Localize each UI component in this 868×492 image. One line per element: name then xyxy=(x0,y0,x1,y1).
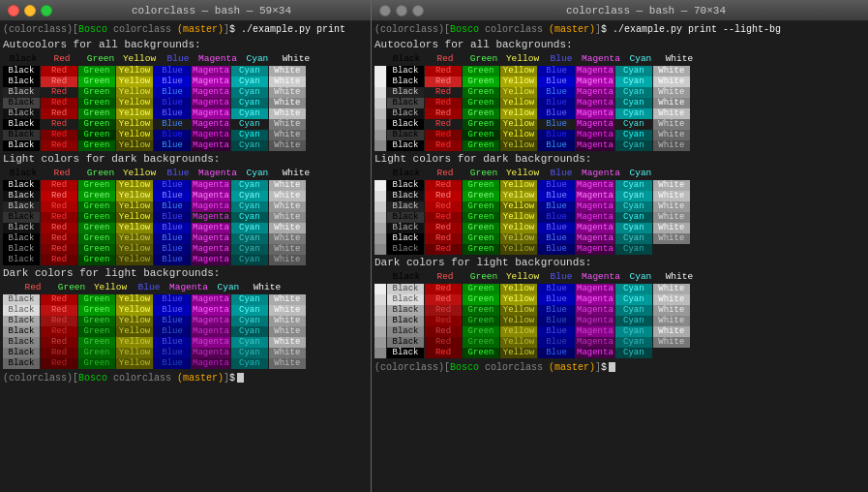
dark-row-4-right: Black Red Green Yellow Blue Magenta Cyan… xyxy=(374,316,865,326)
dark-row-7-right: Black Red Green Yellow Blue Magenta Cyan xyxy=(374,348,865,358)
col-header-auto-left: BlackRedGreenYellowBlueMagentaCyanWhite xyxy=(3,52,368,65)
cmd-line-left: (colorclass)[Bosco colorclass (master)]$… xyxy=(3,23,368,36)
light-row-2-right: Black Red Green Yellow Blue Magenta Cyan… xyxy=(374,191,865,201)
min-btn-right[interactable] xyxy=(396,5,407,16)
close-btn-right[interactable] xyxy=(379,5,391,16)
dark-row-1-right: Black Red Green Yellow Blue Magenta Cyan… xyxy=(374,284,865,294)
auto-row-5-right: Black Red Green Yellow Blue Magenta Cyan… xyxy=(374,108,865,119)
dark-row-3-right: Black Red Green Yellow Blue Magenta Cyan… xyxy=(374,305,865,316)
section-auto-left: Autocolors for all backgrounds: xyxy=(3,39,368,51)
col-header-dark-left: RedGreenYellowBlueMagentaCyanWhite xyxy=(3,281,368,293)
dark-row-5-left: Black Red Green Yellow Blue Magenta Cyan… xyxy=(3,337,368,348)
auto-row-4-left: Black Red Green Yellow Blue Magenta Cyan… xyxy=(3,98,368,108)
window-controls-left[interactable] xyxy=(8,5,52,16)
title-left: colorclass — bash — 59×34 xyxy=(60,5,363,16)
terminal-left: colorclass — bash — 59×34 (colorclass)[B… xyxy=(0,0,372,492)
auto-row-2-right: Black Red Green Yellow Blue Magenta Cyan… xyxy=(374,77,865,87)
light-row-6-left: Black Red Green Yellow Blue Magenta Cyan… xyxy=(3,233,368,244)
auto-row-8-right: Black Red Green Yellow Blue Magenta Cyan… xyxy=(374,140,865,151)
cmd-line-right: (colorclass)[Bosco colorclass (master)]$… xyxy=(374,23,865,36)
section-light-left: Light colors for dark backgrounds: xyxy=(3,153,368,166)
dark-row-6-right: Black Red Green Yellow Blue Magenta Cyan… xyxy=(374,337,865,348)
dark-row-7-left: Black Red Green Yellow Blue Magenta Cyan… xyxy=(3,358,368,369)
max-btn-left[interactable] xyxy=(41,5,52,16)
section-dark-right: Dark colors for light backgrounds: xyxy=(374,257,865,269)
auto-row-1-right: Black Red Green Yellow Blue Magenta Cyan… xyxy=(374,66,865,77)
window-controls-right[interactable] xyxy=(379,5,424,16)
dark-row-1-left: Black Red Green Yellow Blue Magenta Cyan… xyxy=(3,294,368,305)
terminal-right: colorclass — bash — 70×34 (colorclass)[B… xyxy=(372,0,868,492)
dark-row-2-right: Black Red Green Yellow Blue Magenta Cyan… xyxy=(374,294,865,305)
light-row-2-left: Black Red Green Yellow Blue Magenta Cyan… xyxy=(3,191,368,201)
bottom-prompt-left: (colorclass)[Bosco colorclass (master)]$ xyxy=(3,372,368,384)
col-header-light-right: BlackRedGreenYellowBlueMagentaCyan xyxy=(374,167,865,179)
light-row-5-left: Black Red Green Yellow Blue Magenta Cyan… xyxy=(3,223,368,233)
auto-row-5-left: Black Red Green Yellow Blue Magenta Cyan… xyxy=(3,108,368,119)
light-row-1-left: Black Red Green Yellow Blue Magenta Cyan… xyxy=(3,180,368,191)
auto-row-6-right: Black Red Green Yellow Blue Magenta Cyan… xyxy=(374,119,865,130)
auto-row-7-left: Black Red Green Yellow Blue Magenta Cyan… xyxy=(3,130,368,140)
auto-row-3-right: Black Red Green Yellow Blue Magenta Cyan… xyxy=(374,87,865,98)
close-btn-left[interactable] xyxy=(8,5,19,16)
light-row-8-left: Black Red Green Yellow Blue Magenta Cyan… xyxy=(3,255,368,265)
auto-row-3-left: Black Red Green Yellow Blue Magenta Cyan… xyxy=(3,87,368,98)
dark-row-5-right: Black Red Green Yellow Blue Magenta Cyan… xyxy=(374,326,865,337)
dark-row-6-left: Black Red Green Yellow Blue Magenta Cyan… xyxy=(3,348,368,358)
bottom-prompt-right: (colorclass)[Bosco colorclass (master)]$ xyxy=(374,361,865,374)
light-row-3-left: Black Red Green Yellow Blue Magenta Cyan… xyxy=(3,201,368,212)
content-right: (colorclass)[Bosco colorclass (master)]$… xyxy=(372,21,868,492)
auto-row-8-left: Black Red Green Yellow Blue Magenta Cyan… xyxy=(3,140,368,151)
dark-row-2-left: Black Red Green Yellow Blue Magenta Cyan… xyxy=(3,305,368,316)
col-header-auto-right: BlackRedGreenYellowBlueMagentaCyanWhite xyxy=(374,52,865,65)
auto-row-1-left: Black Red Green Yellow Blue Magenta Cyan… xyxy=(3,66,368,77)
light-row-4-left: Black Red Green Yellow Blue Magenta Cyan… xyxy=(3,212,368,223)
dark-row-3-left: Black Red Green Yellow Blue Magenta Cyan… xyxy=(3,316,368,326)
light-row-6-right: Black Red Green Yellow Blue Magenta Cyan… xyxy=(374,233,865,244)
section-auto-right: Autocolors for all backgrounds: xyxy=(374,39,865,51)
light-row-5-right: Black Red Green Yellow Blue Magenta Cyan… xyxy=(374,223,865,233)
col-header-light-left: BlackRedGreenYellowBlueMagentaCyanWhite xyxy=(3,167,368,179)
auto-row-4-right: Black Red Green Yellow Blue Magenta Cyan… xyxy=(374,98,865,108)
auto-row-2-left: Black Red Green Yellow Blue Magenta Cyan… xyxy=(3,77,368,87)
content-left: (colorclass)[Bosco colorclass (master)]$… xyxy=(0,21,371,492)
light-row-7-right: Black Red Green Yellow Blue Magenta Cyan xyxy=(374,244,865,255)
min-btn-left[interactable] xyxy=(24,5,36,16)
light-row-1-right: Black Red Green Yellow Blue Magenta Cyan… xyxy=(374,180,865,191)
app-container: colorclass — bash — 59×34 (colorclass)[B… xyxy=(0,0,868,492)
auto-row-7-right: Black Red Green Yellow Blue Magenta Cyan… xyxy=(374,130,865,140)
section-light-right: Light colors for dark backgrounds: xyxy=(374,153,865,166)
title-bar-right: colorclass — bash — 70×34 xyxy=(372,0,868,21)
col-header-dark-right: BlackRedGreenYellowBlueMagentaCyanWhite xyxy=(374,270,865,283)
auto-row-6-left: Black Red Green Yellow Blue Magenta Cyan… xyxy=(3,119,368,130)
light-row-7-left: Black Red Green Yellow Blue Magenta Cyan… xyxy=(3,244,368,255)
section-dark-left: Dark colors for light backgrounds: xyxy=(3,267,368,280)
light-row-3-right: Black Red Green Yellow Blue Magenta Cyan… xyxy=(374,201,865,212)
dark-row-4-left: Black Red Green Yellow Blue Magenta Cyan… xyxy=(3,326,368,337)
max-btn-right[interactable] xyxy=(412,5,424,16)
title-bar-left: colorclass — bash — 59×34 xyxy=(0,0,371,21)
title-right: colorclass — bash — 70×34 xyxy=(432,5,860,16)
light-row-4-right: Black Red Green Yellow Blue Magenta Cyan… xyxy=(374,212,865,223)
